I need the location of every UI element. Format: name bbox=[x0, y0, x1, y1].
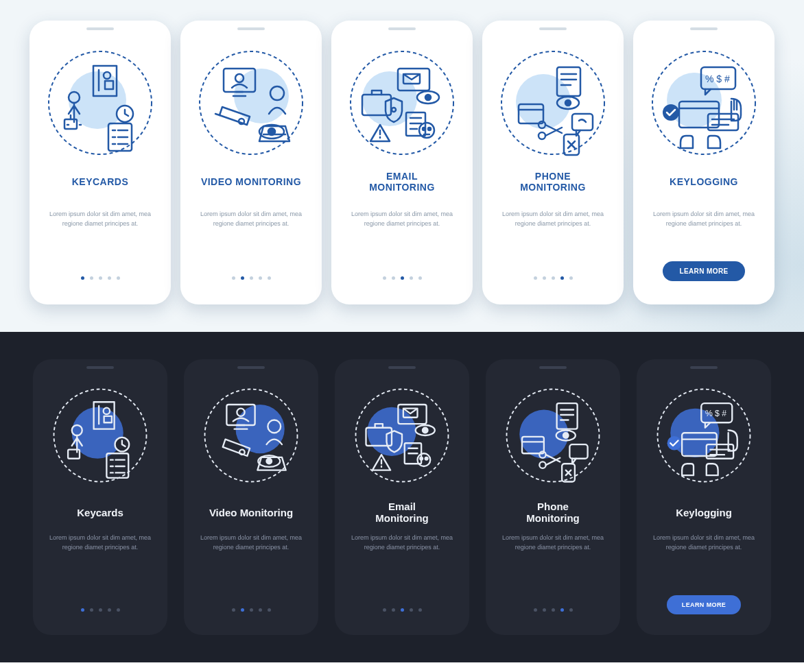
email-monitoring-icon bbox=[347, 48, 457, 158]
svg-text:% $ #: % $ # bbox=[705, 73, 730, 84]
svg-point-25 bbox=[428, 128, 431, 130]
phone-card-phone-monitoring: PHONE MONITORING Lorem ipsum dolor sit d… bbox=[482, 21, 624, 304]
card-title: Keylogging bbox=[676, 499, 732, 525]
svg-point-41 bbox=[663, 104, 679, 121]
phone-card-email-monitoring: EMAIL MONITORING Lorem ipsum dolor sit d… bbox=[331, 21, 473, 304]
card-title: VIDEO MONITORING bbox=[201, 170, 301, 193]
phone-monitoring-icon bbox=[498, 48, 608, 158]
svg-point-74 bbox=[563, 433, 569, 438]
light-onboarding-row: KEYCARDS Lorem ipsum dolor sit dim amet,… bbox=[0, 0, 804, 332]
card-description: Lorem ipsum dolor sit dim amet, mea regi… bbox=[341, 210, 463, 228]
card-description: Lorem ipsum dolor sit dim amet, mea regi… bbox=[344, 533, 460, 552]
pagination-dots[interactable] bbox=[383, 608, 422, 624]
phone-card-video-monitoring-dark: Video Monitoring Lorem ipsum dolor sit d… bbox=[184, 359, 318, 635]
svg-point-31 bbox=[565, 100, 571, 106]
card-title: EMAIL MONITORING bbox=[369, 170, 435, 193]
phone-card-keycards-dark: Keycards Lorem ipsum dolor sit dim amet,… bbox=[33, 359, 167, 635]
card-title: KEYCARDS bbox=[72, 170, 129, 193]
card-description: Lorem ipsum dolor sit dim amet, mea regi… bbox=[492, 210, 614, 228]
learn-more-button[interactable]: LEARN MORE bbox=[667, 595, 742, 614]
svg-rect-48 bbox=[68, 450, 80, 459]
pagination-dots[interactable] bbox=[81, 608, 120, 624]
svg-rect-75 bbox=[569, 444, 587, 459]
card-description: Lorem ipsum dolor sit dim amet, mea regi… bbox=[495, 533, 611, 552]
card-title: Keycards bbox=[77, 499, 123, 525]
email-monitoring-icon bbox=[351, 384, 453, 487]
svg-rect-4 bbox=[64, 119, 77, 129]
phone-card-keycards: KEYCARDS Lorem ipsum dolor sit dim amet,… bbox=[29, 21, 171, 304]
svg-point-56 bbox=[239, 450, 245, 455]
card-title: PHONE MONITORING bbox=[520, 170, 586, 193]
svg-text:% $ #: % $ # bbox=[705, 409, 726, 418]
svg-point-58 bbox=[267, 459, 272, 464]
pagination-dots[interactable] bbox=[232, 276, 271, 293]
card-description: Lorem ipsum dolor sit dim amet, mea regi… bbox=[43, 533, 158, 552]
svg-point-68 bbox=[425, 457, 428, 460]
learn-more-button[interactable]: LEARN MORE bbox=[663, 261, 744, 281]
svg-point-84 bbox=[667, 436, 682, 451]
card-title: Email Monitoring bbox=[375, 499, 428, 525]
dark-onboarding-row: Keycards Lorem ipsum dolor sit dim amet,… bbox=[0, 332, 804, 662]
card-title: Video Monitoring bbox=[209, 499, 293, 525]
svg-point-12 bbox=[239, 119, 244, 124]
svg-point-16 bbox=[362, 71, 417, 126]
video-monitoring-icon bbox=[200, 384, 303, 487]
card-title: KEYLOGGING bbox=[670, 170, 738, 193]
phone-monitoring-icon bbox=[501, 384, 604, 487]
phone-card-keylogging-dark: % $ # Keylogging Lorem ipsum dolor sit d… bbox=[637, 359, 771, 635]
card-description: Lorem ipsum dolor sit dim amet, mea regi… bbox=[39, 210, 161, 228]
svg-point-77 bbox=[539, 461, 545, 468]
phone-card-phone-monitoring-dark: Phone Monitoring Lorem ipsum dolor sit d… bbox=[486, 359, 620, 635]
svg-point-64 bbox=[423, 428, 428, 433]
svg-rect-32 bbox=[572, 114, 593, 130]
video-monitoring-icon bbox=[196, 48, 306, 158]
pagination-dots[interactable] bbox=[383, 276, 422, 293]
card-description: Lorem ipsum dolor sit dim amet, mea regi… bbox=[643, 210, 765, 228]
phone-card-email-monitoring-dark: Email Monitoring Lorem ipsum dolor sit d… bbox=[335, 359, 469, 635]
keylogging-icon: % $ # bbox=[649, 48, 759, 158]
card-description: Lorem ipsum dolor sit dim amet, mea regi… bbox=[646, 533, 761, 552]
keylogging-icon: % $ # bbox=[652, 384, 755, 487]
pagination-dots[interactable] bbox=[534, 276, 573, 293]
pagination-dots[interactable] bbox=[534, 608, 573, 624]
keycards-icon bbox=[45, 48, 155, 158]
svg-point-34 bbox=[539, 132, 545, 139]
keycards-icon bbox=[49, 384, 152, 487]
pagination-dots[interactable] bbox=[81, 276, 120, 293]
svg-point-20 bbox=[425, 95, 431, 100]
pagination-dots[interactable] bbox=[232, 608, 271, 624]
phone-card-keylogging: % $ # KEYLOGGING bbox=[633, 21, 775, 304]
card-title: Phone Monitoring bbox=[526, 499, 579, 525]
card-description: Lorem ipsum dolor sit dim amet, mea regi… bbox=[190, 210, 312, 228]
phone-card-video-monitoring: VIDEO MONITORING Lorem ipsum dolor sit d… bbox=[180, 21, 322, 304]
card-description: Lorem ipsum dolor sit dim amet, mea regi… bbox=[193, 533, 309, 552]
